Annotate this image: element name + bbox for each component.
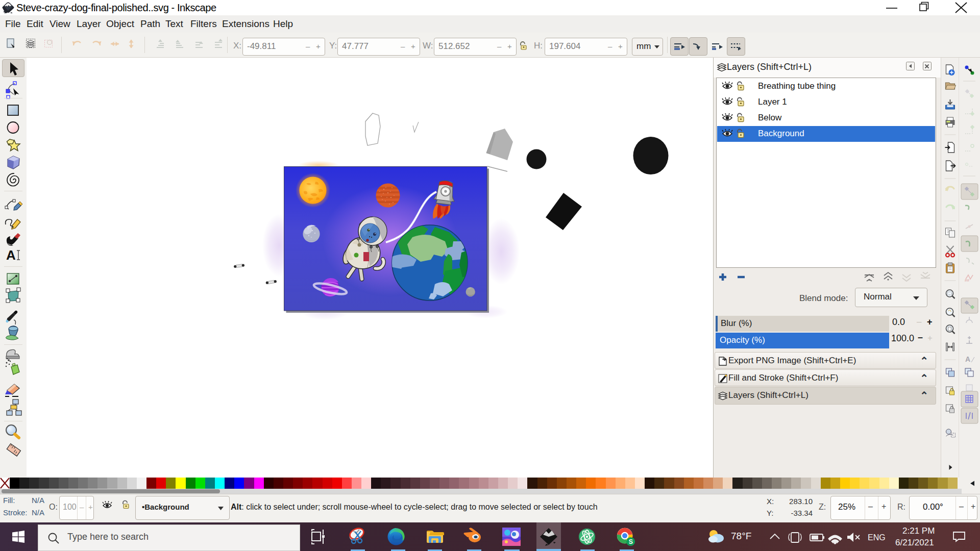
svg-text:ENG: ENG — [868, 533, 886, 542]
svg-text:A: A — [965, 355, 970, 363]
svg-text:##: ## — [965, 278, 969, 283]
svg-text:A: A — [6, 247, 16, 263]
svg-text:S: S — [629, 538, 633, 545]
